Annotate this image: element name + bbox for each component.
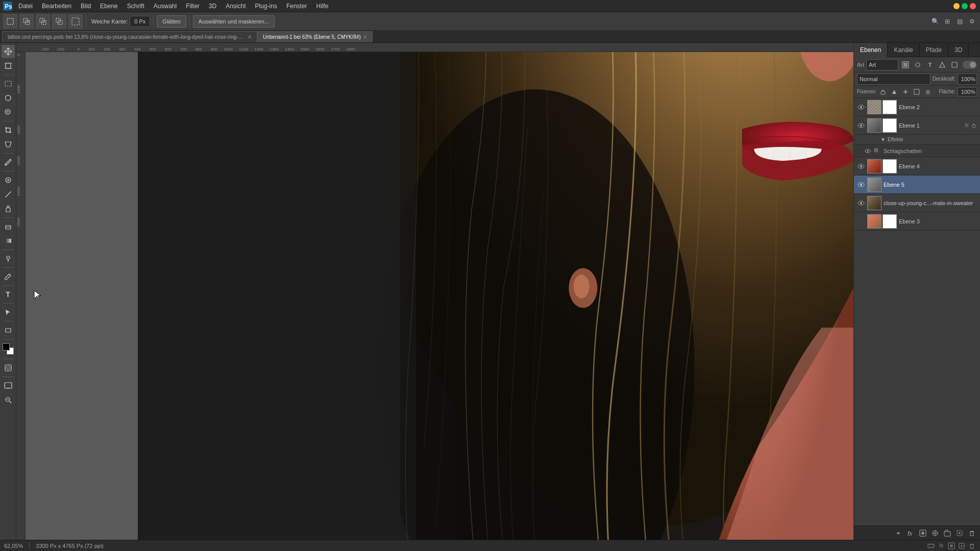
delete-layer-btn[interactable] bbox=[967, 528, 977, 538]
toolbar-new-selection[interactable] bbox=[3, 14, 17, 29]
menu-bild[interactable]: Bild bbox=[77, 2, 95, 11]
layer-item-photo[interactable]: close-up-young-c...-male-in-sweater bbox=[854, 194, 980, 212]
toolbar-options[interactable]: ⚙ bbox=[967, 16, 977, 27]
panel-tab-3d[interactable]: 3D bbox=[948, 43, 969, 57]
tool-select-rect[interactable] bbox=[2, 77, 15, 90]
menu-bearbeiten[interactable]: Bearbeiten bbox=[38, 2, 76, 11]
tool-crop[interactable] bbox=[2, 123, 15, 137]
tab-unbenannt-close[interactable]: ✕ bbox=[363, 34, 367, 40]
effect-schlagschatten[interactable]: Schlagschatten bbox=[854, 145, 980, 157]
tab-unbenannt[interactable]: Unbenannt-1 bei 63% (Ebene 5, CMYK/8#) ✕ bbox=[257, 31, 373, 42]
layer-vis-photo[interactable] bbox=[857, 199, 865, 207]
layer-vis-ebene3[interactable] bbox=[857, 217, 865, 226]
menu-hilfe[interactable]: Hilfe bbox=[312, 2, 333, 11]
new-layer-btn[interactable] bbox=[954, 528, 965, 538]
filter-pixel-icon[interactable] bbox=[900, 60, 911, 70]
toolbar-sample-all[interactable] bbox=[68, 14, 83, 29]
smooth-button[interactable]: Glätten bbox=[157, 15, 186, 28]
effects-expand-icon[interactable]: ▼ bbox=[880, 137, 886, 142]
tab-tattoo[interactable]: tattoo und piercings.psdc bei 13,8% (clo… bbox=[2, 31, 257, 42]
tool-eyedropper[interactable] bbox=[2, 156, 15, 169]
panel-tab-ebenen[interactable]: Ebenen bbox=[854, 43, 888, 57]
lock-transparent-btn[interactable] bbox=[878, 87, 888, 96]
layer-item-ebene4[interactable]: Ebene 4 bbox=[854, 157, 980, 176]
new-fill-layer-btn[interactable] bbox=[930, 528, 940, 538]
lock-artboard-btn[interactable] bbox=[912, 87, 921, 96]
filter-dropdown[interactable]: Art bbox=[866, 59, 898, 70]
tool-eraser[interactable] bbox=[2, 220, 15, 233]
tool-quick-mask[interactable] bbox=[2, 361, 15, 374]
menu-auswahl[interactable]: Auswahl bbox=[150, 2, 181, 11]
schlagschatten-vis[interactable] bbox=[864, 147, 871, 155]
filter-type-icon[interactable]: T bbox=[925, 60, 935, 70]
tool-type[interactable]: T bbox=[2, 288, 15, 301]
select-mask-button[interactable]: Auswählen und maskieren... bbox=[193, 15, 275, 28]
layer-vis-ebene4[interactable] bbox=[857, 162, 865, 170]
menu-plugins[interactable]: Plug-ins bbox=[251, 2, 281, 11]
filter-toggle[interactable] bbox=[963, 61, 977, 69]
tool-quick-select[interactable] bbox=[2, 106, 15, 119]
window-maximize[interactable] bbox=[962, 3, 968, 9]
tool-screen-mode[interactable] bbox=[2, 379, 15, 392]
tool-stamp[interactable] bbox=[2, 202, 15, 215]
menu-ebene[interactable]: Ebene bbox=[96, 2, 122, 11]
tool-pen[interactable] bbox=[2, 270, 15, 283]
statusbar-new-icon[interactable] bbox=[958, 542, 966, 550]
toolbar-arrange[interactable]: ▤ bbox=[954, 16, 965, 27]
soft-edge-input[interactable] bbox=[130, 16, 150, 27]
filter-smart-icon[interactable] bbox=[949, 60, 960, 70]
lock-pixels-btn[interactable] bbox=[890, 87, 899, 96]
new-group-btn[interactable] bbox=[942, 528, 952, 538]
layer-vis-ebene1[interactable] bbox=[857, 121, 865, 130]
panel-tab-kanaele[interactable]: Kanäle bbox=[888, 43, 919, 57]
statusbar-fx-icon[interactable]: fx bbox=[937, 542, 945, 550]
menu-ansicht[interactable]: Ansicht bbox=[222, 2, 250, 11]
canvas-viewport[interactable] bbox=[26, 52, 853, 540]
window-minimize[interactable] bbox=[953, 3, 960, 9]
toolbar-workspace[interactable]: ⊞ bbox=[942, 16, 952, 27]
window-close[interactable] bbox=[970, 3, 976, 9]
menu-schrift[interactable]: Schrift bbox=[123, 2, 149, 11]
opacity-input[interactable] bbox=[958, 73, 977, 85]
blend-mode-select[interactable]: Normal Auflösen Abdunkeln Multiplizieren… bbox=[857, 73, 930, 85]
tool-artboard[interactable] bbox=[2, 59, 15, 72]
tool-heal[interactable] bbox=[2, 173, 15, 187]
filter-adjust-icon[interactable] bbox=[913, 60, 923, 70]
fill-input[interactable] bbox=[958, 87, 977, 96]
tool-perspective-crop[interactable] bbox=[2, 138, 15, 151]
layer-item-ebene3[interactable]: Ebene 3 bbox=[854, 212, 980, 231]
add-mask-btn[interactable] bbox=[918, 528, 928, 538]
menu-datei[interactable]: Datei bbox=[14, 2, 37, 11]
tool-gradient[interactable] bbox=[2, 234, 15, 247]
layer-item-ebene5[interactable]: Ebene 5 bbox=[854, 176, 980, 194]
filter-shape-icon[interactable] bbox=[937, 60, 947, 70]
statusbar-mask-icon[interactable] bbox=[947, 542, 955, 550]
tool-path-select[interactable] bbox=[2, 306, 15, 319]
tool-move[interactable] bbox=[2, 45, 15, 58]
statusbar-timeline-icon[interactable] bbox=[927, 542, 935, 550]
layer-item-ebene1[interactable]: Ebene 1 fx bbox=[854, 116, 980, 135]
add-layer-style-btn[interactable]: fx bbox=[905, 528, 916, 538]
layer-vis-ebene2[interactable] bbox=[857, 103, 865, 111]
layer-item-ebene2[interactable]: Ebene 2 bbox=[854, 98, 980, 116]
layer-vis-ebene5[interactable] bbox=[857, 181, 865, 189]
link-layers-btn[interactable] bbox=[893, 528, 903, 538]
toolbar-subtract-selection[interactable]: − bbox=[36, 14, 50, 29]
toolbar-add-selection[interactable]: + bbox=[19, 14, 34, 29]
tool-lasso[interactable] bbox=[2, 91, 15, 105]
foreground-background-colors[interactable] bbox=[2, 342, 15, 356]
tool-dodge[interactable] bbox=[2, 252, 15, 265]
tab-tattoo-close[interactable]: ✕ bbox=[248, 34, 252, 40]
menu-3d[interactable]: 3D bbox=[205, 2, 220, 11]
panel-tab-pfade[interactable]: Pfade bbox=[920, 43, 948, 57]
toolbar-intersect-selection[interactable] bbox=[52, 14, 66, 29]
tool-zoom-extra[interactable] bbox=[2, 393, 15, 407]
lock-all-btn[interactable] bbox=[923, 87, 933, 96]
toolbar-search[interactable]: 🔍 bbox=[930, 16, 940, 27]
statusbar-delete-icon[interactable] bbox=[968, 542, 976, 550]
tool-brush[interactable] bbox=[2, 188, 15, 201]
menu-fenster[interactable]: Fenster bbox=[282, 2, 311, 11]
tool-shape[interactable] bbox=[2, 323, 15, 337]
foreground-color[interactable] bbox=[3, 343, 10, 350]
lock-position-btn[interactable] bbox=[901, 87, 910, 96]
